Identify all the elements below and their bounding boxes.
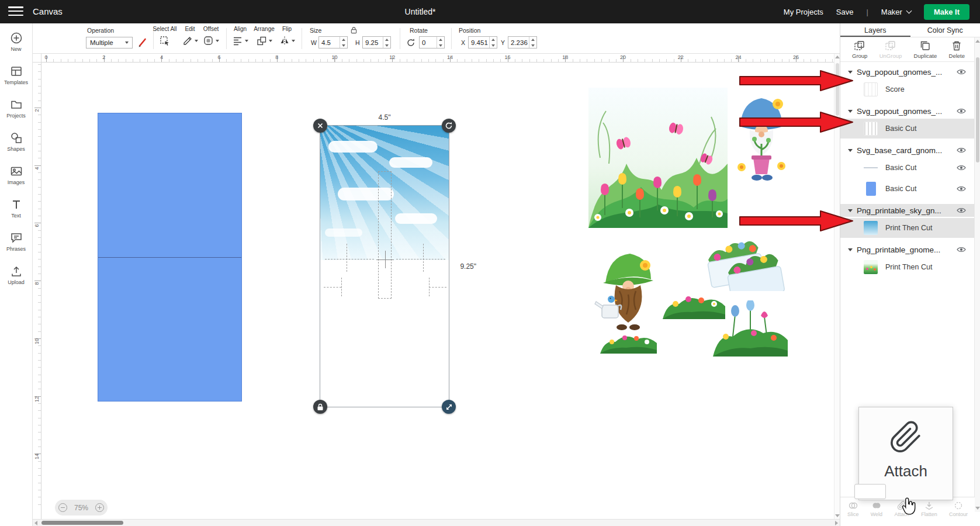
collapse-arrow-icon[interactable] bbox=[848, 248, 853, 251]
position-y-stepper[interactable] bbox=[529, 37, 536, 48]
layer-row[interactable]: Basic Cut bbox=[840, 158, 974, 178]
group-button[interactable]: Group bbox=[852, 40, 867, 59]
pen-icon[interactable] bbox=[136, 37, 148, 51]
select-all-button[interactable]: Select All bbox=[148, 26, 181, 46]
zoom-out-button[interactable] bbox=[58, 503, 67, 512]
sidebar-item-images[interactable]: Images bbox=[1, 161, 32, 188]
layer-group-name: Svg_popout_gnomes_... bbox=[857, 68, 942, 77]
my-projects-link[interactable]: My Projects bbox=[784, 8, 823, 16]
layer-group-header[interactable]: Svg_base_card_gnom... bbox=[840, 144, 974, 157]
y-label: Y bbox=[501, 39, 505, 46]
artwork-base-card-rectangle[interactable] bbox=[98, 113, 242, 402]
layer-group: Svg_popout_gnomes_... Basic Cut bbox=[840, 105, 974, 139]
layer-row[interactable]: Score bbox=[840, 79, 974, 99]
lock-handle[interactable] bbox=[313, 400, 327, 414]
layer-group-header-selected[interactable]: Png_printable_sky_gn... bbox=[840, 204, 974, 217]
artwork-gnome-green-image[interactable] bbox=[594, 249, 663, 331]
align-button[interactable]: Align bbox=[228, 26, 252, 46]
layer-group-header[interactable]: Svg_popout_gnomes_... bbox=[840, 65, 974, 78]
flatten-button[interactable]: Flatten bbox=[921, 501, 937, 517]
sidebar-item-upload[interactable]: Upload bbox=[1, 261, 32, 288]
lock-icon[interactable] bbox=[350, 26, 358, 36]
duplicate-button[interactable]: Duplicate bbox=[914, 40, 937, 59]
position-y-field[interactable] bbox=[508, 36, 537, 49]
layer-row-selected[interactable]: Basic Cut bbox=[840, 119, 974, 139]
visibility-eye-icon[interactable] bbox=[957, 108, 966, 115]
visibility-eye-icon[interactable] bbox=[957, 147, 966, 154]
rotate-handle[interactable] bbox=[442, 119, 456, 133]
height-field[interactable] bbox=[362, 36, 391, 49]
artwork-gnome-blue-image[interactable] bbox=[733, 92, 789, 181]
rotate-input[interactable] bbox=[420, 37, 437, 48]
contour-button[interactable]: Contour bbox=[949, 501, 968, 517]
height-input[interactable] bbox=[363, 37, 383, 48]
visibility-eye-icon[interactable] bbox=[957, 185, 966, 192]
slice-button[interactable]: Slice bbox=[847, 501, 859, 517]
weld-button[interactable]: Weld bbox=[871, 501, 882, 517]
sidebar-item-projects[interactable]: Projects bbox=[1, 95, 32, 122]
position-x-input[interactable] bbox=[469, 37, 489, 48]
offset-button[interactable]: Offset bbox=[197, 26, 225, 46]
scroll-up-icon[interactable] bbox=[835, 56, 840, 58]
visibility-eye-icon[interactable] bbox=[957, 246, 966, 253]
canvas-work-area[interactable]: 4.5" 9.25" bbox=[41, 63, 834, 519]
rotate-icon[interactable] bbox=[406, 38, 415, 50]
visibility-eye-icon[interactable] bbox=[957, 207, 966, 214]
scroll-thumb[interactable] bbox=[976, 57, 979, 162]
position-y-input[interactable] bbox=[508, 37, 529, 48]
width-field[interactable] bbox=[318, 36, 348, 49]
delete-button[interactable]: Delete bbox=[949, 40, 965, 59]
artwork-flower-cluster-image[interactable] bbox=[713, 300, 788, 357]
panel-scrollbar[interactable] bbox=[974, 37, 980, 512]
flip-button[interactable]: Flip bbox=[275, 26, 299, 46]
annotation-arrow-2 bbox=[739, 111, 854, 133]
width-input[interactable] bbox=[319, 37, 340, 48]
layer-row[interactable]: Print Then Cut bbox=[840, 257, 974, 277]
scroll-left-icon[interactable] bbox=[34, 521, 37, 525]
layer-row[interactable]: Basic Cut bbox=[840, 179, 974, 199]
delete-handle[interactable] bbox=[313, 119, 327, 133]
scroll-down-icon[interactable] bbox=[975, 507, 980, 510]
collapse-arrow-icon[interactable] bbox=[848, 149, 853, 152]
sidebar-item-templates[interactable]: Templates bbox=[1, 61, 32, 88]
scroll-thumb[interactable] bbox=[41, 521, 123, 525]
position-x-field[interactable] bbox=[468, 36, 497, 49]
position-x-stepper[interactable] bbox=[489, 37, 497, 48]
resize-handle[interactable] bbox=[442, 400, 456, 414]
sidebar-item-text[interactable]: Text bbox=[1, 195, 32, 222]
artwork-grass-mound-small-image[interactable] bbox=[600, 331, 657, 354]
layer-group-header[interactable]: Png_printable_gnome... bbox=[840, 243, 974, 256]
scroll-down-icon[interactable] bbox=[835, 514, 840, 517]
paperclip-icon bbox=[889, 420, 923, 456]
operation-dropdown[interactable]: Multiple bbox=[86, 37, 133, 49]
visibility-eye-icon[interactable] bbox=[957, 68, 966, 75]
arrange-button[interactable]: Arrange bbox=[252, 26, 276, 46]
artwork-flower-cards-image[interactable] bbox=[697, 231, 788, 291]
canvas-horizontal-scrollbar[interactable] bbox=[33, 519, 840, 526]
rotate-stepper[interactable] bbox=[437, 37, 444, 48]
layer-group-header[interactable]: Svg_popout_gnomes_... bbox=[840, 105, 974, 117]
ungroup-button[interactable]: UnGroup bbox=[879, 40, 902, 59]
tab-color-sync[interactable]: Color Sync bbox=[910, 23, 980, 37]
tab-layers[interactable]: Layers bbox=[840, 23, 910, 37]
visibility-eye-icon[interactable] bbox=[957, 164, 966, 171]
menu-icon[interactable] bbox=[8, 6, 23, 17]
ruler-number: 6 bbox=[218, 54, 221, 60]
sidebar-item-phrases[interactable]: Phrases bbox=[1, 228, 32, 255]
scroll-up-icon[interactable] bbox=[975, 40, 980, 43]
height-stepper[interactable] bbox=[383, 37, 390, 48]
machine-selector[interactable]: Maker bbox=[881, 8, 911, 16]
scroll-right-icon[interactable] bbox=[835, 521, 838, 525]
sidebar-item-shapes[interactable]: Shapes bbox=[1, 128, 32, 155]
document-title[interactable]: Untitled* bbox=[405, 7, 436, 16]
make-it-button[interactable]: Make It bbox=[924, 4, 969, 20]
ruler-number: 12 bbox=[389, 54, 395, 60]
layer-row-selected[interactable]: Print Then Cut bbox=[840, 218, 974, 238]
save-link[interactable]: Save bbox=[836, 8, 854, 16]
sidebar-item-new[interactable]: New bbox=[1, 28, 32, 55]
rotate-field[interactable] bbox=[419, 36, 445, 49]
artwork-flower-meadow-image[interactable] bbox=[588, 88, 728, 228]
zoom-in-button[interactable] bbox=[95, 503, 104, 512]
selection-bounding-box[interactable]: 4.5" 9.25" bbox=[320, 125, 449, 407]
width-stepper[interactable] bbox=[340, 37, 347, 48]
